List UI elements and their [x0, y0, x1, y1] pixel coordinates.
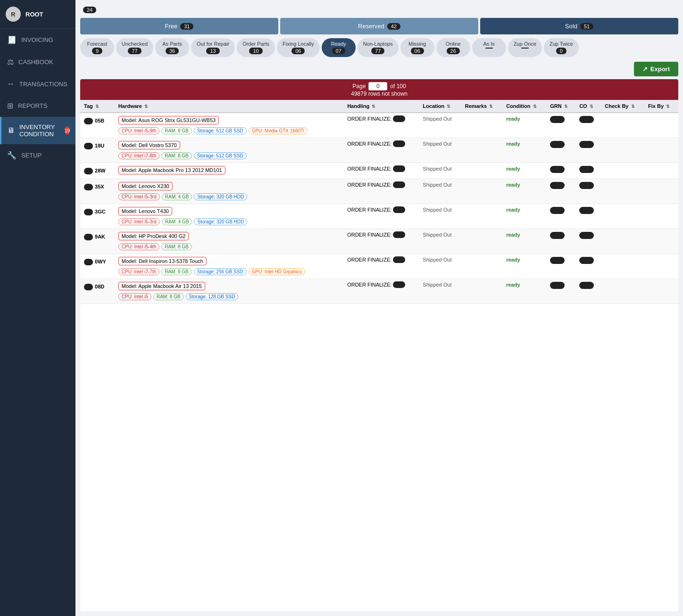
tag-pill-4: [84, 209, 93, 215]
tab-label-missing: Missing: [408, 41, 426, 47]
cell-co-7: [575, 279, 601, 304]
co-value-1: [579, 141, 594, 148]
sidebar-item-inventory[interactable]: 🖥 INVENTORY CONDITION 19: [0, 117, 75, 144]
cond-tab-unchecked[interactable]: Unchecked 77: [116, 38, 153, 57]
cell-remarks-4: [461, 204, 502, 229]
condition-text-5: ready: [506, 232, 520, 238]
cell-location-0: Shipped Out: [419, 113, 461, 138]
sidebar-item-transactions[interactable]: ↔ TRANSACTIONS: [0, 73, 75, 95]
sidebar-item-reports[interactable]: ⊞ REPORTS: [0, 95, 75, 117]
grn-value-3: [550, 182, 565, 189]
hw-spec-5-1: RAM: 8 GB: [161, 243, 192, 250]
handling-text-7: ORDER FINALIZE:: [347, 282, 391, 287]
sidebar-item-cashbook[interactable]: ⚖ CASHBOOK: [0, 51, 75, 73]
table-row: 3GCModel: Lenovo T430CPU: Intel i5-3rdRA…: [80, 204, 678, 229]
cond-tab-online[interactable]: Online 26: [436, 38, 470, 57]
cell-checkby-1: [601, 138, 644, 163]
sidebar-label-inventory: INVENTORY CONDITION: [19, 123, 58, 138]
col-remarks[interactable]: Remarks ⇅: [461, 100, 502, 113]
tab-label-fixing-locally: Fixing Locally: [283, 41, 314, 47]
cell-grn-4: [546, 204, 575, 229]
tag-text-4: 3GC: [95, 209, 106, 214]
col-handling[interactable]: Handling ⇅: [343, 100, 419, 113]
status-bar-free[interactable]: Free 31: [80, 18, 278, 34]
condition-text-0: ready: [506, 116, 520, 122]
cond-tab-order-parts[interactable]: Order Parts 10: [237, 38, 275, 57]
cell-hardware-7: Model: Apple Macbook Air 13 2015CPU: Int…: [115, 279, 343, 304]
cell-condition-7: ready: [502, 279, 546, 304]
hw-model-5: Model: HP ProDesk 400 G2: [118, 232, 189, 240]
tab-label-forecast: Forecast: [87, 41, 108, 47]
cell-handling-1: ORDER FINALIZE:: [343, 138, 419, 163]
cell-hardware-1: Model: Dell Vostro 5370CPU: Intel i7-8th…: [115, 138, 343, 163]
cell-location-2: Shipped Out: [419, 163, 461, 179]
grn-value-6: [550, 257, 565, 264]
handling-pill-4: [393, 206, 405, 213]
sidebar-item-invoicing[interactable]: 🧾 INVOICING: [0, 29, 75, 51]
condition-text-2: ready: [506, 166, 520, 172]
cond-tab-out-for-repair[interactable]: Out for Repair 13: [191, 38, 235, 57]
cell-co-0: [575, 113, 601, 138]
tab-count-as-is: [485, 48, 493, 49]
hw-model-6: Model: Dell Inspiron 13-5378 Touch: [118, 257, 207, 265]
status-bar-sold[interactable]: Sold 51: [480, 18, 678, 34]
handling-pill-0: [393, 115, 405, 122]
hw-spec-3-2: Storage: 320 GB HDD: [194, 193, 247, 200]
col-tag[interactable]: Tag ⇅: [80, 100, 115, 113]
sort-arrow: ⇅: [95, 104, 99, 109]
tab-count-unchecked: 77: [128, 48, 141, 54]
export-label: Export: [650, 66, 670, 73]
cell-condition-5: ready: [502, 229, 546, 254]
hw-spec-0-2: Storage: 512 GB SSD: [194, 127, 247, 134]
col-grn[interactable]: GRN ⇅: [546, 100, 575, 113]
cond-tab-ready[interactable]: Ready 07: [322, 38, 356, 57]
cond-tab-zup-twice[interactable]: Zup Twice 0: [544, 38, 579, 57]
cell-handling-2: ORDER FINALIZE:: [343, 163, 419, 179]
condition-text-7: ready: [506, 282, 520, 287]
export-button[interactable]: ↗ Export: [634, 62, 678, 76]
cell-condition-4: ready: [502, 204, 546, 229]
col-co[interactable]: CO ⇅: [575, 100, 601, 113]
cond-tab-as-parts[interactable]: As Parts 36: [155, 38, 189, 57]
sort-arrow: ⇅: [533, 104, 537, 109]
page-input[interactable]: [368, 82, 387, 90]
cond-tab-forecast[interactable]: Forecast 9: [80, 38, 114, 57]
co-value-7: [579, 282, 594, 289]
transactions-icon: ↔: [7, 80, 15, 88]
location-text-3: Shipped Out: [423, 182, 451, 188]
cond-tab-fixing-locally[interactable]: Fixing Locally 06: [277, 38, 320, 57]
cond-tab-missing[interactable]: Missing 06: [400, 38, 434, 57]
table-container: Page of 100 49879 rows not shown Tag ⇅Ha…: [80, 79, 678, 611]
condition-text-1: ready: [506, 141, 520, 147]
cell-remarks-5: [461, 229, 502, 254]
sidebar-label-setup: SETUP: [21, 152, 42, 159]
tab-label-as-parts: As Parts: [162, 41, 182, 47]
grn-value-4: [550, 207, 565, 214]
cell-grn-2: [546, 163, 575, 179]
table-row: 35XModel: Lenovo X230CPU: Intel i5-3rdRA…: [80, 179, 678, 204]
status-bar-reserved[interactable]: Reserved 42: [280, 18, 478, 34]
col-location[interactable]: Location ⇅: [419, 100, 461, 113]
cell-fixby-4: [644, 204, 678, 229]
tab-label-online: Online: [446, 41, 461, 47]
tab-count-zup-twice: 0: [556, 48, 566, 54]
cond-tab-non-laptops[interactable]: Non-Laptops 77: [358, 38, 399, 57]
col-hardware[interactable]: Hardware ⇅: [115, 100, 343, 113]
sort-arrow: ⇅: [447, 104, 450, 109]
col-condition[interactable]: Condition ⇅: [502, 100, 546, 113]
handling-pill-1: [393, 140, 405, 147]
col-check-by[interactable]: Check By ⇅: [601, 100, 644, 113]
cell-fixby-7: [644, 279, 678, 304]
tag-pill-3: [84, 184, 93, 190]
sidebar-item-setup[interactable]: 🔧 SETUP: [0, 144, 75, 166]
cell-checkby-5: [601, 229, 644, 254]
col-fix-by[interactable]: Fix By ⇅: [644, 100, 678, 113]
cell-remarks-2: [461, 163, 502, 179]
hw-spec-1-0: CPU: Intel i7-8th: [118, 152, 159, 159]
cond-tab-as-is[interactable]: As Is: [472, 38, 506, 57]
location-text-0: Shipped Out: [423, 116, 451, 122]
cond-tab-zup-once[interactable]: Zup Once: [508, 38, 542, 57]
cell-hardware-5: Model: HP ProDesk 400 G2CPU: Intel i5-4t…: [115, 229, 343, 254]
hw-model-2: Model: Apple Macbook Pro 13 2012 MD101: [118, 166, 225, 174]
setup-icon: 🔧: [7, 151, 17, 160]
